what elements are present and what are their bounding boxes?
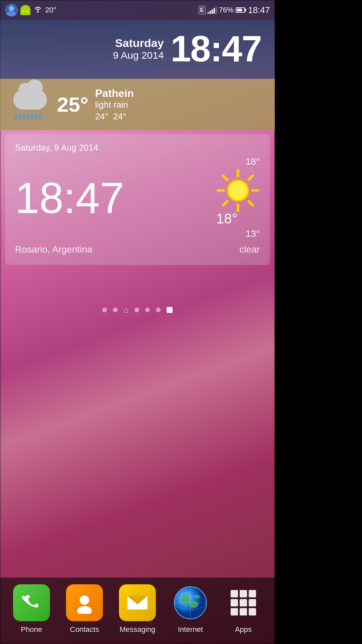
page-dot-6-active[interactable] <box>167 307 173 313</box>
svg-point-4 <box>23 11 24 12</box>
status-left: 20° <box>5 4 56 16</box>
page-indicators: ⌂ <box>0 299 275 321</box>
dock-item-messaging[interactable]: Messaging <box>119 584 156 634</box>
page-dot-3[interactable] <box>134 308 139 312</box>
widget-cur-temp: 18° <box>216 211 238 227</box>
widget-high-temp: 18° <box>246 156 260 167</box>
svg-point-25 <box>77 606 92 614</box>
weather-temp-top: 25° <box>57 93 88 116</box>
contacts-icon <box>66 584 103 621</box>
dock-item-contacts[interactable]: Contacts <box>66 584 103 634</box>
svg-line-18 <box>249 201 253 205</box>
contacts-label: Contacts <box>70 625 99 634</box>
widget-weather-status: clear <box>239 244 260 255</box>
dock-item-internet[interactable]: Internet <box>172 584 209 634</box>
page-dot-4[interactable] <box>145 308 150 312</box>
weather-clock-widget[interactable]: Saturday, 9 Aug 2014 18:47 18° <box>5 134 270 265</box>
widget-location: Rosario, Argentina <box>15 244 92 255</box>
clock-time: 18:47 <box>171 30 261 67</box>
svg-point-8 <box>21 6 23 7</box>
widget-low-temp: 13° <box>246 228 260 239</box>
clock-day: Saturday <box>113 37 164 50</box>
signal-bars <box>207 6 217 14</box>
battery-icon <box>236 7 246 13</box>
svg-point-12 <box>37 11 39 13</box>
svg-point-31 <box>181 594 189 605</box>
internet-label: Internet <box>178 625 203 634</box>
svg-line-20 <box>223 201 227 205</box>
svg-point-1 <box>9 6 14 11</box>
clock-date-text: 9 Aug 2014 <box>113 50 164 61</box>
messaging-icon <box>119 584 156 621</box>
page-dot-home[interactable]: ⌂ <box>124 305 129 315</box>
network-type: E <box>199 6 205 14</box>
status-time: 18:47 <box>248 5 270 15</box>
widget-clock-large: 18:47 <box>15 176 124 220</box>
status-bar: 20° E 76% 18:47 <box>0 0 275 20</box>
android-icon <box>20 5 31 15</box>
apps-icon <box>225 584 262 621</box>
clock-day-date: Saturday 9 Aug 2014 <box>113 37 164 61</box>
weather-info-top: Pathein light rain 24° 24° <box>95 87 134 122</box>
dock-item-apps[interactable]: Apps <box>225 584 262 634</box>
widget-date: Saturday, 9 Aug 2014 <box>15 143 260 153</box>
clock-date-group: Saturday 9 Aug 2014 18:47 <box>113 30 261 67</box>
svg-rect-11 <box>27 12 28 14</box>
svg-rect-10 <box>23 12 24 14</box>
internet-icon <box>172 584 209 621</box>
sun-icon <box>216 169 260 212</box>
battery-percent: 76% <box>219 6 234 14</box>
widget-main-row: 18:47 18° <box>15 156 260 239</box>
temperature-status: 20° <box>45 6 56 14</box>
svg-point-5 <box>26 11 28 12</box>
messaging-label: Messaging <box>120 625 155 634</box>
dock: Phone Contacts Messaging <box>0 578 275 644</box>
weather-minmax: 24° 24° <box>95 111 134 122</box>
avatar-icon <box>5 4 18 16</box>
page-dot-1[interactable] <box>102 308 107 312</box>
wifi-icon <box>33 5 43 15</box>
weather-condition: light rain <box>95 100 134 110</box>
svg-point-3 <box>21 7 30 15</box>
rain-cloud-icon <box>10 90 50 120</box>
weather-city: Pathein <box>95 87 134 100</box>
weather-widget-top[interactable]: 25° Pathein light rain 24° 24° <box>0 79 275 130</box>
apps-label: Apps <box>235 625 252 634</box>
svg-point-9 <box>28 6 29 7</box>
svg-point-24 <box>80 595 89 605</box>
phone-label: Phone <box>21 625 42 634</box>
phone-icon <box>13 584 50 621</box>
status-right: E 76% 18:47 <box>199 5 270 15</box>
svg-line-19 <box>249 176 253 180</box>
svg-point-22 <box>229 181 247 200</box>
widget-bottom-row: Rosario, Argentina clear <box>15 244 260 255</box>
clock-widget[interactable]: Saturday 9 Aug 2014 18:47 <box>0 20 275 79</box>
page-dot-5[interactable] <box>156 308 161 312</box>
dock-item-phone[interactable]: Phone <box>13 584 50 634</box>
widget-weather-right: 18° <box>216 156 260 239</box>
page-dot-2[interactable] <box>113 308 118 312</box>
svg-line-17 <box>223 176 227 180</box>
